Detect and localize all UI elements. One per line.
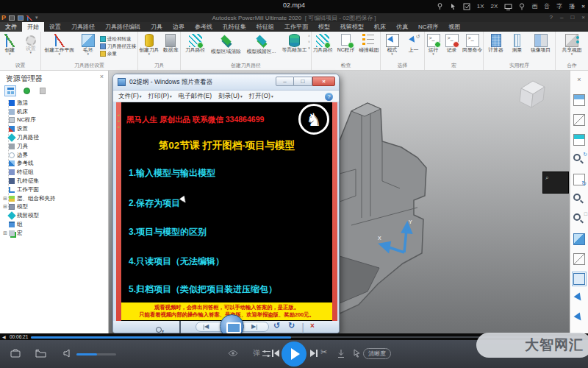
tab-feature-group[interactable]: 特征组 — [251, 22, 279, 32]
select-previous-button[interactable]: ↺上一 — [404, 33, 423, 55]
rewind-icon[interactable]: ◀ — [2, 334, 6, 339]
tree-item[interactable]: 刀具 — [3, 142, 107, 151]
thickness-button[interactable]: 余量 — [100, 50, 137, 57]
delete-icon[interactable]: × — [310, 322, 315, 330]
tree-item[interactable]: ⊞模型 — [3, 203, 107, 212]
tree-item[interactable]: ⊞宏 — [3, 229, 107, 238]
speed-2x-button[interactable]: 2X — [491, 1, 498, 13]
tree-item[interactable]: 边界 — [3, 151, 107, 160]
shaded-wireframe-view-icon[interactable] — [573, 273, 585, 285]
tab-toolpath[interactable]: 刀具路径 — [66, 22, 100, 32]
explorer-close-icon[interactable]: × — [100, 73, 104, 80]
audio-settings-icon[interactable]: 音 — [544, 1, 550, 13]
rotate-cw-icon[interactable]: ↻ — [288, 321, 295, 330]
measure-button[interactable]: 测量 — [509, 33, 526, 52]
speed-1x-button[interactable]: 1X — [477, 1, 484, 13]
toolpath-connections-button[interactable]: 刀具路径连接 — [100, 43, 137, 49]
zoom-refresh-icon[interactable]: ↻ — [573, 154, 585, 166]
open-folder-icon[interactable] — [35, 349, 46, 358]
tree-item[interactable]: 工作平面 — [3, 185, 107, 194]
tab-boundary[interactable]: 边界 — [168, 22, 190, 32]
danmaku-toggle-icon[interactable]: 弹 — [253, 348, 260, 358]
view-cube[interactable] — [511, 75, 552, 113]
edit-icon[interactable] — [463, 3, 470, 10]
tab-setup[interactable]: 设置 — [44, 22, 66, 32]
tree-item[interactable]: NC程序 — [3, 116, 107, 125]
tree-item[interactable]: ⊞层、组合和夹持 — [3, 194, 107, 203]
select-box-icon[interactable] — [573, 293, 585, 305]
rotate-select-icon[interactable] — [573, 313, 585, 325]
zoom-box-icon[interactable]: □ — [573, 213, 585, 225]
verify-nc-button[interactable]: NC程序 — [335, 33, 356, 52]
tab-toolpath-edit[interactable]: 刀具路径编辑 — [100, 22, 146, 32]
select-mode-button[interactable]: 模式▾ — [382, 33, 403, 55]
cursor-icon[interactable] — [450, 3, 456, 10]
previous-track-icon[interactable] — [270, 348, 281, 358]
menu-burn[interactable]: 刻录(U)▾ — [218, 92, 243, 101]
model-area-clearance-button[interactable]: 模型区域清除 — [209, 33, 243, 54]
volume-slider[interactable] — [76, 353, 116, 355]
tree-item[interactable]: 刀具路径 — [3, 133, 107, 142]
tree-item[interactable]: 孔特征集 — [3, 177, 107, 185]
workplane-view-icon[interactable] — [573, 94, 585, 106]
block-button[interactable]: 毛坯▾ — [78, 33, 98, 57]
zoom-icon[interactable] — [573, 194, 585, 205]
create-workplane-button[interactable]: 创建工作平面▾ — [43, 33, 76, 57]
tree-item[interactable]: 设置 — [3, 124, 107, 133]
tree-item[interactable]: 特征组 — [3, 168, 107, 177]
watch-later-icon[interactable] — [228, 349, 238, 358]
tree-item[interactable]: 机床 — [3, 107, 107, 116]
playlist-icon[interactable]: 播 — [569, 1, 575, 13]
volume-icon[interactable] — [63, 349, 72, 358]
tab-stock-model[interactable]: 残留模型 — [335, 22, 369, 32]
tab-workplane[interactable]: 工作平面 — [279, 22, 313, 32]
close-button[interactable]: × — [312, 77, 335, 86]
cube-outline-icon[interactable] — [573, 114, 585, 126]
archive-icon[interactable] — [10, 349, 21, 358]
next-image-button[interactable]: ▶| — [251, 323, 257, 330]
tab-nc-program[interactable]: NC程序 — [413, 22, 444, 32]
help-icon[interactable]: ? — [550, 14, 553, 21]
create-button[interactable]: 创建▾ — [0, 33, 20, 55]
calculator-button[interactable]: 计算器 — [485, 33, 507, 52]
tab-simulation[interactable]: 仿真 — [391, 22, 413, 32]
close-icon[interactable]: × — [573, 74, 585, 86]
quality-button[interactable]: 清晰度 — [363, 348, 391, 359]
explorer-web-tab[interactable] — [21, 85, 32, 96]
macro-record-button[interactable]: 记录 — [443, 33, 460, 55]
tree-item[interactable]: 参考线 — [3, 160, 107, 169]
menu-open[interactable]: 打开(O)▾ — [249, 92, 273, 101]
macro-run-button[interactable]: 运行▾ — [425, 33, 442, 55]
model-rest-area-button[interactable]: 模型残留区... — [245, 33, 279, 54]
monitor-icon[interactable] — [504, 4, 512, 10]
minimize-icon[interactable]: – — [560, 14, 563, 21]
pointer-icon[interactable] — [353, 349, 361, 358]
wireframe-view-icon[interactable] — [573, 253, 585, 265]
pin-icon[interactable] — [437, 3, 443, 10]
tool-database-button[interactable]: 数据库 — [161, 33, 180, 55]
menu-email[interactable]: 电子邮件(E) — [179, 92, 212, 101]
gallery-scroll-icons[interactable]: ˄˅▾ — [308, 35, 310, 50]
collision-button[interactable]: 碰撞截图 — [358, 33, 380, 52]
play-button[interactable] — [282, 342, 306, 367]
tab-machine[interactable]: 机床 — [369, 22, 391, 32]
create-tool-button[interactable]: 创建刀具▾ — [138, 33, 159, 55]
tree-item[interactable]: 残留模型 — [3, 211, 107, 220]
verify-toolpath-button[interactable]: 刀具路径 — [312, 33, 334, 52]
tab-tool[interactable]: 刀具 — [146, 22, 168, 32]
menu-file[interactable]: 文件(F)▾ — [118, 92, 142, 101]
shared-views-button[interactable]: 共享视图▾ — [558, 33, 586, 55]
download-icon[interactable] — [337, 349, 345, 358]
maximize-icon[interactable]: □ — [570, 14, 574, 21]
rotate-ccw-icon[interactable]: ↺ — [273, 321, 280, 330]
shaded-view-icon[interactable] — [573, 233, 585, 245]
close-player-button[interactable]: × — [581, 1, 585, 13]
refresh-page-icon[interactable] — [573, 174, 585, 185]
close-icon[interactable]: × — [581, 14, 585, 21]
tab-model[interactable]: 模型 — [313, 22, 335, 32]
tree-item[interactable]: 激活 — [3, 99, 107, 107]
mirror-project-button[interactable]: 镜像项目 — [528, 33, 554, 52]
photo-viewer-titlebar[interactable]: 02提纲 - Windows 照片查看器 – □ × — [113, 74, 339, 91]
tab-home[interactable]: 开始 — [22, 22, 44, 32]
explorer-tree-tab[interactable] — [4, 85, 16, 96]
